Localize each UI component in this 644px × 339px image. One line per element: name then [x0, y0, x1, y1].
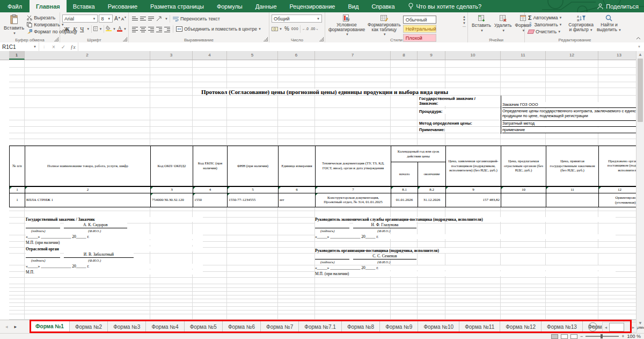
th-accepted[interactable]: Цена, принятая государственным заказчико…: [546, 146, 599, 186]
fill-color-button[interactable]: [106, 25, 112, 32]
dialog-launcher-icon[interactable]: [264, 37, 268, 41]
ribbon-tab-Рецензирование[interactable]: Рецензирование: [283, 0, 342, 12]
zoom-level[interactable]: 100 %: [627, 334, 641, 339]
dialog-launcher-icon[interactable]: [123, 37, 127, 41]
th-end[interactable]: окончание: [418, 162, 446, 186]
number-format-combobox[interactable]: Общий ▼: [272, 15, 322, 23]
dialog-launcher-icon[interactable]: [54, 37, 58, 41]
column-header-7[interactable]: 7: [315, 51, 391, 60]
autosum-button[interactable]: Σ Автосумма ▼: [527, 14, 567, 21]
column-header-5[interactable]: 5: [227, 51, 278, 60]
merge-center-button[interactable]: Объединить и поместить в центре ▼: [175, 26, 262, 32]
tab-scroll-right-icon[interactable]: ▸: [14, 324, 17, 329]
enter-entry-button[interactable]: ✓: [58, 42, 68, 51]
column-header-9[interactable]: 9: [418, 51, 445, 60]
fill-button[interactable]: ⇩ Заполнить ▼: [527, 21, 567, 28]
th-fnn[interactable]: ФНН (при наличии): [228, 146, 279, 186]
ribbon-tab-Данные[interactable]: Данные: [249, 0, 283, 12]
th-ekps[interactable]: Код ЕКПС (при наличии): [193, 146, 228, 186]
decrease-indent-icon[interactable]: [156, 26, 163, 32]
italic-button[interactable]: К: [71, 26, 78, 32]
column-header-2[interactable]: 2: [25, 51, 150, 60]
cell-accepted[interactable]: [546, 193, 599, 207]
find-select-button[interactable]: Найти и выделить▼: [595, 14, 623, 35]
scroll-up-icon[interactable]: ▲: [636, 51, 644, 58]
namebox-splitter[interactable]: ⁞: [39, 42, 49, 51]
align-bottom-icon[interactable]: [148, 16, 155, 22]
share-button[interactable]: Поделиться: [597, 0, 639, 12]
zoom-out-button[interactable]: −: [580, 334, 583, 339]
view-normal-button[interactable]: [551, 334, 558, 339]
column-header-11[interactable]: 11: [501, 51, 546, 60]
numbering-cell[interactable]: 4: [193, 186, 228, 193]
th-declared[interactable]: Цена, заявленная организацией-поставщико…: [446, 146, 501, 186]
sheet-canvas[interactable]: Протокол (Согласование) цены (прогнозной…: [0, 60, 644, 320]
paste-button[interactable]: Вставить ▼: [2, 14, 26, 37]
font-color-button[interactable]: А: [117, 26, 122, 32]
numbering-cell[interactable]: 9: [446, 186, 501, 193]
accounting-format-icon[interactable]: [272, 26, 278, 32]
column-header-1[interactable]: 1: [9, 51, 25, 60]
align-top-icon[interactable]: [131, 16, 138, 22]
delete-cells-button[interactable]: Удалить ▼: [493, 14, 513, 34]
shrink-font-button[interactable]: А▼: [121, 16, 127, 21]
insert-cells-button[interactable]: Вставить ▼: [470, 14, 493, 34]
scroll-down-icon[interactable]: ▼: [636, 320, 644, 327]
ribbon-tab-Разметка страницы[interactable]: Разметка страницы: [144, 0, 210, 12]
numbering-cell[interactable]: 2: [25, 186, 151, 193]
name-box[interactable]: R1C1 ▼: [0, 42, 39, 51]
collapse-ribbon-button[interactable]: [636, 35, 641, 41]
orientation-icon[interactable]: [156, 16, 163, 21]
column-header-6[interactable]: 6: [278, 51, 315, 60]
column-header-12[interactable]: 12: [546, 51, 598, 60]
cell-start[interactable]: 01.01.2026: [391, 193, 418, 207]
clear-button[interactable]: Очистить ▼: [527, 28, 567, 35]
column-header-4[interactable]: 4: [193, 51, 227, 60]
th-num[interactable]: № п/п: [10, 146, 25, 186]
column-header-8[interactable]: 8: [391, 51, 418, 60]
cell-name[interactable]: БПЛА СТРИЖ 1: [25, 193, 151, 207]
column-header-10[interactable]: 10: [445, 51, 501, 60]
ribbon-tab-Вид[interactable]: Вид: [341, 0, 365, 12]
cell-tech[interactable]: Конструкторская документация,Проектный о…: [316, 193, 391, 207]
column-header-3[interactable]: 3: [150, 51, 193, 60]
numbering-cell[interactable]: 5: [228, 186, 279, 193]
cell-num[interactable]: 1: [10, 193, 25, 207]
formula-input[interactable]: [78, 42, 634, 51]
ribbon-tab-file[interactable]: Файл: [0, 0, 30, 12]
font-name-combobox[interactable]: Arial ▼: [62, 15, 98, 23]
align-center-icon[interactable]: [140, 26, 147, 32]
percent-style-button[interactable]: %: [284, 26, 289, 32]
dialog-launcher-icon[interactable]: [319, 37, 324, 41]
numbering-cell[interactable]: 8.2: [418, 186, 446, 193]
comma-style-button[interactable]: 000: [291, 27, 298, 31]
numbering-cell[interactable]: 1: [10, 186, 25, 193]
cell-style-normal[interactable]: Обычный: [403, 16, 436, 24]
ribbon-tab-Рисование[interactable]: Рисование: [101, 0, 144, 12]
view-page-break-button[interactable]: [570, 334, 577, 339]
font-size-combobox[interactable]: 8 ▼: [99, 15, 113, 23]
underline-button[interactable]: Ч: [78, 26, 85, 32]
th-calendar[interactable]: Календарный год или срок действия цены: [391, 146, 446, 162]
numbering-cell[interactable]: 6: [279, 186, 316, 193]
ribbon-tab-Главная[interactable]: Главная: [30, 0, 67, 12]
vertical-scroll-thumb[interactable]: [638, 59, 643, 122]
increase-indent-icon[interactable]: [164, 26, 171, 32]
th-unit[interactable]: Единица измерения: [279, 146, 316, 186]
decrease-decimal-button[interactable]: .00→: [310, 27, 319, 31]
zoom-slider-thumb[interactable]: [601, 334, 603, 338]
insert-function-button[interactable]: ƒx: [68, 42, 78, 51]
cell-proposed[interactable]: Ориентировочная(уточняемая) цена: [599, 193, 641, 207]
numbering-cell[interactable]: 3: [151, 186, 193, 193]
align-right-icon[interactable]: [148, 26, 155, 32]
numbering-cell[interactable]: 10: [501, 186, 546, 193]
align-left-icon[interactable]: [131, 26, 138, 32]
increase-decimal-button[interactable]: ←.0: [302, 27, 309, 31]
zoom-in-button[interactable]: +: [621, 334, 624, 339]
bold-button[interactable]: Ж: [62, 26, 71, 32]
th-start[interactable]: начало: [391, 162, 418, 186]
cell-okp[interactable]: 754000/30.30.32.120: [151, 193, 193, 207]
cell-unit[interactable]: шт: [279, 193, 316, 207]
tell-me-box[interactable]: Что вы хотите сделать?: [408, 0, 482, 12]
cell-style-neutral[interactable]: Нейтральный: [403, 25, 436, 33]
